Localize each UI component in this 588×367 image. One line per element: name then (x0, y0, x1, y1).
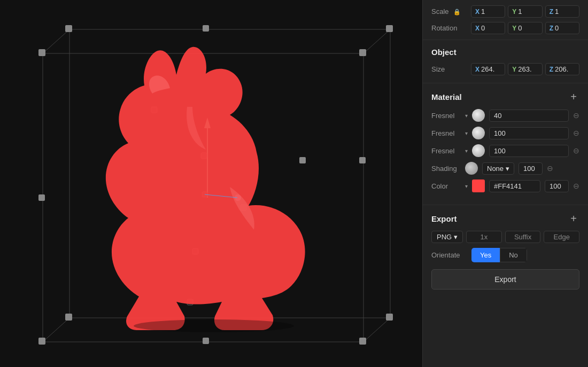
fresnel-dropdown-arrow-1[interactable]: ▾ (465, 113, 468, 119)
link-icon-1: ⊖ (573, 111, 579, 120)
color-swatch-main[interactable] (472, 179, 485, 192)
shading-dropdown[interactable]: None ▾ (482, 162, 514, 175)
svg-rect-22 (359, 157, 366, 163)
scale-z-input[interactable]: Z 1 (545, 5, 579, 18)
export-format-row: PNG ▾ 1x Suffix Edge (431, 231, 579, 243)
material-title: Material (431, 92, 462, 101)
fresnel-dropdown-arrow-2[interactable]: ▾ (465, 130, 468, 136)
fresnel-swatch-2[interactable] (472, 127, 485, 139)
scale-x-value: 1 (481, 7, 485, 15)
size-y-value: 263. (518, 65, 531, 73)
shading-row: Shading None ▾ 100 ⊖ (431, 162, 579, 175)
fresnel-value-2[interactable]: 100 (489, 127, 569, 139)
size-label: Size (431, 65, 468, 73)
rotation-label: Rotation (431, 24, 468, 32)
shading-label: Shading (431, 165, 461, 173)
svg-line-11 (43, 318, 69, 342)
lock-icon[interactable]: 🔒 (453, 9, 461, 15)
svg-rect-19 (386, 314, 393, 321)
scale-row: Scale 🔒 X 1 Y 1 Z 1 (431, 5, 579, 18)
export-edge-field[interactable]: Edge (544, 231, 579, 243)
orientate-toggle: Yes No (471, 248, 527, 262)
size-x-input[interactable]: X 264. (471, 63, 505, 75)
svg-rect-18 (65, 314, 72, 321)
scale-y-input[interactable]: Y 1 (508, 5, 542, 18)
rotation-z-value: 0 (555, 24, 559, 32)
shading-dropdown-value: None (487, 165, 504, 173)
export-suffix-field[interactable]: Suffix (505, 231, 541, 243)
fresnel-label-3: Fresnel (431, 147, 461, 155)
orientate-row: Orientate Yes No (431, 248, 579, 262)
color-row: Color ▾ #FF4141 100 ⊖ (431, 179, 579, 192)
svg-point-35 (134, 319, 294, 332)
fresnel-dropdown-arrow-3[interactable]: ▾ (465, 148, 468, 154)
link-icon-3: ⊖ (573, 146, 579, 155)
rotation-y-input[interactable]: Y 0 (508, 22, 542, 34)
viewport (0, 0, 422, 367)
scale-z-value: 1 (555, 7, 559, 15)
color-opacity-value[interactable]: 100 (545, 180, 569, 192)
fresnel-label-1: Fresnel (431, 112, 461, 120)
object-title: Object (431, 48, 457, 57)
svg-line-8 (43, 29, 69, 53)
size-z-input[interactable]: Z 206. (545, 63, 579, 75)
fresnel-swatch-3[interactable] (472, 144, 485, 157)
fresnel-row-3: Fresnel ▾ 100 ⊖ (431, 144, 579, 157)
rotation-z-input[interactable]: Z 0 (545, 22, 579, 34)
size-y-input[interactable]: Y 263. (508, 63, 542, 75)
fresnel-value-3[interactable]: 100 (489, 145, 569, 157)
size-z-axis: Z (550, 66, 553, 73)
add-material-button[interactable]: + (568, 91, 579, 103)
fresnel-value-1[interactable]: 40 (489, 110, 569, 122)
scale-y-value: 1 (518, 7, 522, 15)
orientate-yes-button[interactable]: Yes (471, 248, 500, 262)
size-inputs: X 264. Y 263. Z 206. (471, 63, 579, 75)
size-x-axis: X (475, 66, 479, 73)
rotation-inputs: X 0 Y 0 Z 0 (471, 22, 579, 34)
link-icon-2: ⊖ (573, 129, 579, 137)
export-scale-field[interactable]: 1x (466, 231, 502, 243)
object-section: Object Size X 264. Y 263. Z 206. (423, 40, 588, 83)
z-axis-label: Z (550, 8, 553, 15)
size-z-value: 206. (555, 65, 568, 73)
rot-y-axis: Y (512, 25, 516, 32)
export-title: Export (431, 214, 457, 223)
svg-rect-14 (38, 338, 45, 345)
export-button[interactable]: Export (431, 269, 579, 290)
color-hex-value[interactable]: #FF4141 (489, 180, 540, 192)
shading-swatch (465, 162, 478, 175)
rotation-x-value: 0 (481, 24, 485, 32)
link-icon-shading: ⊖ (547, 164, 553, 173)
orientate-no-button[interactable]: No (500, 248, 527, 262)
svg-rect-21 (38, 194, 45, 201)
fresnel-row-2: Fresnel ▾ 100 ⊖ (431, 127, 579, 139)
shading-value[interactable]: 100 (519, 162, 543, 175)
svg-line-10 (363, 318, 390, 342)
svg-rect-17 (386, 25, 393, 32)
export-section: Export + PNG ▾ 1x Suffix Edge Orientate … (423, 205, 588, 367)
svg-rect-24 (299, 157, 306, 163)
svg-rect-15 (359, 338, 366, 345)
color-dropdown-arrow[interactable]: ▾ (465, 183, 468, 189)
material-section: Material + Fresnel ▾ 40 ⊖ Fresnel ▾ 100 … (423, 83, 588, 205)
rot-z-axis: Z (550, 25, 553, 32)
rotation-y-value: 0 (518, 24, 522, 32)
fresnel-row-1: Fresnel ▾ 40 ⊖ (431, 109, 579, 122)
add-export-button[interactable]: + (568, 213, 579, 224)
size-x-value: 264. (481, 65, 494, 73)
size-y-axis: Y (512, 66, 516, 73)
svg-line-9 (363, 29, 390, 53)
link-icon-color: ⊖ (573, 182, 579, 190)
svg-rect-13 (359, 49, 366, 56)
export-format-label: PNG (437, 233, 452, 241)
export-header: Export + (431, 213, 579, 224)
rotation-x-input[interactable]: X 0 (471, 22, 505, 34)
scale-x-input[interactable]: X 1 (471, 5, 505, 18)
size-row: Size X 264. Y 263. Z 206. (431, 63, 579, 75)
y-axis-label: Y (512, 8, 516, 15)
export-format-dropdown[interactable]: PNG ▾ (431, 231, 463, 243)
control-panel: Scale 🔒 X 1 Y 1 Z 1 Rotation (422, 0, 588, 367)
fresnel-swatch-1[interactable] (472, 109, 485, 122)
color-label: Color (431, 182, 461, 190)
scale-inputs: X 1 Y 1 Z 1 (471, 5, 579, 18)
